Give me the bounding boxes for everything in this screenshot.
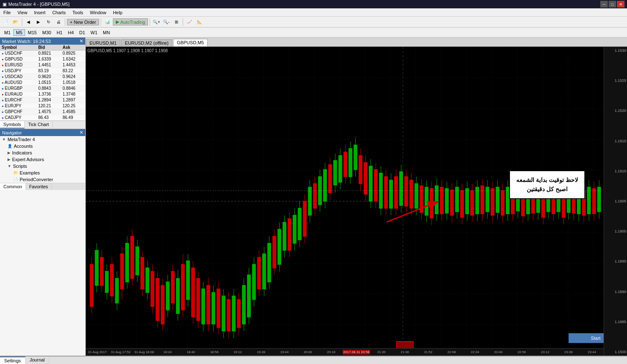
menu-file[interactable]: File (0, 8, 14, 16)
mw-cell-symbol: ● USDJPY (0, 68, 36, 74)
time-label-22: 23:44 (580, 350, 604, 354)
app-title-text: MetaTrader 4 - [GBPUSD,M5] (8, 2, 69, 7)
mw-tab-tick-chart[interactable]: Tick Chart (25, 121, 53, 129)
cf-tab-favorites[interactable]: Favorites (26, 183, 52, 190)
chart-annotation: لاحظ توقيت بداية الشمعه اصبح كل دقيقتين (509, 170, 585, 199)
zoom-in-button[interactable]: 🔍+ (152, 18, 161, 27)
chart-type1-button[interactable]: 📊 (103, 18, 112, 27)
tf-h4[interactable]: H4 (65, 29, 76, 36)
print-button[interactable]: 🖨 (54, 18, 63, 27)
market-watch-table: Symbol Bid Ask ● USDCHF 0.8921 0.8925 ● … (0, 45, 85, 121)
mw-cell-symbol: ● AUDUSD (0, 80, 36, 86)
nav-close-icon[interactable]: ✕ (79, 130, 83, 135)
new-button[interactable]: 📄 (1, 18, 10, 27)
mw-row[interactable]: ● EURGBP 0.8843 0.8846 (0, 86, 85, 91)
mw-cell-bid: 1.6339 (36, 56, 61, 62)
close-button[interactable]: ✕ (617, 1, 624, 8)
chart-tab-gbpusd-m5[interactable]: GBPUSD,M5 (173, 39, 208, 46)
tf-w1[interactable]: W1 (88, 29, 100, 36)
refresh-button[interactable]: ↻ (44, 18, 53, 27)
chart-canvas[interactable]: GBPUSD,M5 1.1907 1.1908 1.1907 1.1908 (86, 47, 627, 356)
forward-button[interactable]: ▶ (34, 18, 43, 27)
mw-row[interactable]: ● EURJPY 120.21 120.25 (0, 103, 85, 109)
menu-help[interactable]: Help (110, 8, 126, 16)
nav-expert-advisors[interactable]: ▶ Expert Advisors (0, 156, 85, 163)
grid-button[interactable]: ⊞ (172, 18, 181, 27)
new-order-icon: + (70, 20, 72, 25)
timeframe-toolbar: M1 M5 M15 M30 H1 H4 D1 W1 MN (0, 28, 627, 38)
mw-tab-symbols[interactable]: Symbols (0, 121, 25, 129)
nav-accounts-label: Accounts (14, 144, 33, 149)
open-button[interactable]: 📂 (11, 18, 20, 27)
menu-bar: File View Insert Charts Tools Window Hel… (0, 8, 627, 17)
maximize-button[interactable]: □ (609, 1, 616, 8)
mw-row[interactable]: ● USDCHF 0.8921 0.8925 (0, 51, 85, 56)
time-label-16: 22:08 (440, 350, 463, 354)
time-label-5: 18:40 (179, 350, 203, 354)
nav-indicators-icon: ▶ (8, 151, 10, 155)
tf-m30[interactable]: M30 (40, 29, 54, 36)
mw-row[interactable]: ● EURAUD 1.3736 1.3748 (0, 91, 85, 97)
nav-accounts[interactable]: 👤 Accounts (0, 143, 85, 149)
mw-cell-bid: 83.19 (36, 68, 61, 74)
common-fav-tabs: Common Favorites (0, 183, 85, 190)
nav-metatrader4[interactable]: ▼ MetaTrader 4 (0, 136, 85, 143)
main-content: Market Watch: 16:24:53 ✕ Symbol Bid Ask … (0, 38, 627, 356)
mw-row[interactable]: ● GBPCHF 1.4575 1.4585 (0, 109, 85, 115)
tab-settings[interactable]: Settings (0, 356, 25, 364)
tf-m5[interactable]: M5 (13, 29, 25, 36)
main-toolbar: 📄 📂 ◀ ▶ ↻ 🖨 + New Order 📊 ▶ AutoTrading … (0, 17, 627, 28)
mw-row[interactable]: ● USDCAD 0.9620 0.9624 (0, 74, 85, 80)
app-title: ▣ MetaTrader 4 - [GBPUSD,M5] (3, 2, 69, 7)
mw-cell-ask: 83.22 (61, 68, 85, 74)
mw-row[interactable]: ● EURUSD 1.4451 1.4453 (0, 62, 85, 68)
tf-d1[interactable]: D1 (77, 29, 88, 36)
mw-cell-bid: 86.43 (36, 115, 61, 121)
strategy-tester-panel: Settings Journal 2 MA Crosses Mega filte… (0, 356, 627, 364)
chart-tab-eurusd-m1[interactable]: EURUSD,M1 (86, 39, 120, 46)
price-1905: 1.1905 (605, 199, 626, 203)
nav-indicators[interactable]: ▶ Indicators (0, 149, 85, 156)
menu-charts[interactable]: Charts (49, 8, 69, 16)
menu-tools[interactable]: Tools (69, 8, 87, 16)
auto-trading-button[interactable]: ▶ AutoTrading (113, 18, 148, 25)
chart-tab-eurusd-m2[interactable]: EURUSD,M2 (offline) (121, 39, 172, 46)
mw-row[interactable]: ● EURCHF 1.2894 1.2897 (0, 97, 85, 103)
mw-cell-bid: 1.3736 (36, 91, 61, 97)
mw-close-icon[interactable]: ✕ (79, 38, 83, 44)
tf-h1[interactable]: H1 (54, 29, 65, 36)
nav-period-converter[interactable]: 📄 PeriodConverter (0, 176, 85, 183)
objects-button[interactable]: 📐 (195, 18, 204, 27)
tf-m15[interactable]: M15 (25, 29, 39, 36)
indicators-button[interactable]: 📈 (185, 18, 194, 27)
tf-m1[interactable]: M1 (2, 29, 13, 36)
mw-cell-bid: 1.4575 (36, 109, 61, 115)
tab-journal[interactable]: Journal (25, 356, 49, 364)
tf-mn[interactable]: MN (100, 29, 112, 36)
back-button[interactable]: ◀ (24, 18, 33, 27)
mw-cell-ask: 1.4585 (61, 109, 85, 115)
cf-tab-common[interactable]: Common (0, 183, 26, 190)
menu-insert[interactable]: Insert (31, 8, 49, 16)
mw-row[interactable]: ● GBPUSD 1.6339 1.6342 (0, 56, 85, 62)
minimize-button[interactable]: ─ (600, 1, 608, 8)
new-order-button[interactable]: + New Order (67, 19, 99, 25)
autotrading-icon: ▶ (116, 19, 119, 25)
toolbar-sep3 (101, 18, 101, 26)
menu-window[interactable]: Window (87, 8, 110, 16)
time-label-3: 31 Aug 18:08 (133, 350, 156, 354)
mw-row[interactable]: ● CADJPY 86.43 86.49 (0, 115, 85, 121)
mw-cell-ask: 1.4453 (61, 62, 85, 68)
time-label-21: 23:28 (557, 350, 580, 354)
time-label-4: 18:24 (156, 350, 179, 354)
mw-cell-ask: 1.6342 (61, 56, 85, 62)
time-label-18: 22:40 (487, 350, 510, 354)
zoom-out-button[interactable]: 🔍- (162, 18, 171, 27)
menu-view[interactable]: View (14, 8, 31, 16)
nav-item-label: MetaTrader 4 (8, 137, 35, 142)
nav-examples[interactable]: 📁 Examples (0, 169, 85, 176)
nav-scripts[interactable]: ▼ Scripts (0, 163, 85, 169)
mw-row[interactable]: ● USDJPY 83.19 83.22 (0, 68, 85, 74)
mw-row[interactable]: ● AUDUSD 1.0515 1.0518 (0, 80, 85, 86)
price-1900: 1.1900 (605, 229, 626, 233)
